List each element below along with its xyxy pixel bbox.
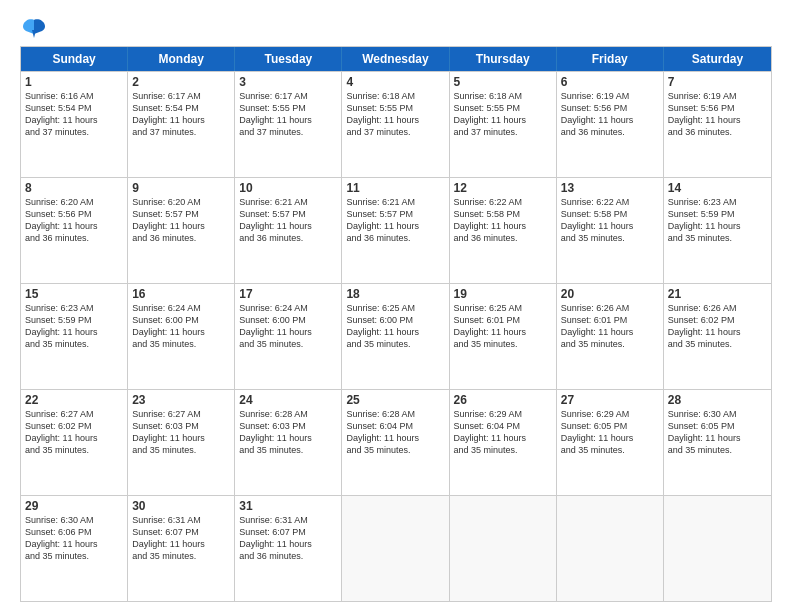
calendar-cell: 28Sunrise: 6:30 AMSunset: 6:05 PMDayligh… [664,390,771,495]
day-number: 9 [132,181,230,195]
day-number: 22 [25,393,123,407]
calendar-cell: 16Sunrise: 6:24 AMSunset: 6:00 PMDayligh… [128,284,235,389]
calendar-cell: 4Sunrise: 6:18 AMSunset: 5:55 PMDaylight… [342,72,449,177]
calendar-body: 1Sunrise: 6:16 AMSunset: 5:54 PMDaylight… [21,71,771,601]
day-number: 27 [561,393,659,407]
calendar-header-cell: Friday [557,47,664,71]
calendar-cell: 11Sunrise: 6:21 AMSunset: 5:57 PMDayligh… [342,178,449,283]
day-number: 17 [239,287,337,301]
calendar-header-cell: Thursday [450,47,557,71]
cell-details: Sunrise: 6:29 AMSunset: 6:04 PMDaylight:… [454,408,552,457]
calendar-cell: 24Sunrise: 6:28 AMSunset: 6:03 PMDayligh… [235,390,342,495]
day-number: 13 [561,181,659,195]
calendar-cell: 7Sunrise: 6:19 AMSunset: 5:56 PMDaylight… [664,72,771,177]
cell-details: Sunrise: 6:23 AMSunset: 5:59 PMDaylight:… [25,302,123,351]
cell-details: Sunrise: 6:22 AMSunset: 5:58 PMDaylight:… [454,196,552,245]
calendar-cell: 22Sunrise: 6:27 AMSunset: 6:02 PMDayligh… [21,390,128,495]
day-number: 29 [25,499,123,513]
calendar-header-cell: Sunday [21,47,128,71]
calendar: SundayMondayTuesdayWednesdayThursdayFrid… [20,46,772,602]
cell-details: Sunrise: 6:24 AMSunset: 6:00 PMDaylight:… [239,302,337,351]
cell-details: Sunrise: 6:18 AMSunset: 5:55 PMDaylight:… [346,90,444,139]
cell-details: Sunrise: 6:18 AMSunset: 5:55 PMDaylight:… [454,90,552,139]
cell-details: Sunrise: 6:28 AMSunset: 6:03 PMDaylight:… [239,408,337,457]
calendar-cell: 27Sunrise: 6:29 AMSunset: 6:05 PMDayligh… [557,390,664,495]
cell-details: Sunrise: 6:23 AMSunset: 5:59 PMDaylight:… [668,196,767,245]
day-number: 28 [668,393,767,407]
day-number: 3 [239,75,337,89]
calendar-cell: 31Sunrise: 6:31 AMSunset: 6:07 PMDayligh… [235,496,342,601]
day-number: 15 [25,287,123,301]
calendar-cell: 17Sunrise: 6:24 AMSunset: 6:00 PMDayligh… [235,284,342,389]
calendar-cell: 25Sunrise: 6:28 AMSunset: 6:04 PMDayligh… [342,390,449,495]
calendar-header-cell: Saturday [664,47,771,71]
calendar-cell: 10Sunrise: 6:21 AMSunset: 5:57 PMDayligh… [235,178,342,283]
cell-details: Sunrise: 6:26 AMSunset: 6:02 PMDaylight:… [668,302,767,351]
logo [20,16,52,38]
calendar-cell: 2Sunrise: 6:17 AMSunset: 5:54 PMDaylight… [128,72,235,177]
calendar-cell: 18Sunrise: 6:25 AMSunset: 6:00 PMDayligh… [342,284,449,389]
calendar-cell: 8Sunrise: 6:20 AMSunset: 5:56 PMDaylight… [21,178,128,283]
calendar-cell: 5Sunrise: 6:18 AMSunset: 5:55 PMDaylight… [450,72,557,177]
calendar-cell: 13Sunrise: 6:22 AMSunset: 5:58 PMDayligh… [557,178,664,283]
calendar-cell: 19Sunrise: 6:25 AMSunset: 6:01 PMDayligh… [450,284,557,389]
header [20,16,772,38]
calendar-week: 22Sunrise: 6:27 AMSunset: 6:02 PMDayligh… [21,389,771,495]
calendar-header-row: SundayMondayTuesdayWednesdayThursdayFrid… [21,47,771,71]
calendar-week: 1Sunrise: 6:16 AMSunset: 5:54 PMDaylight… [21,71,771,177]
cell-details: Sunrise: 6:29 AMSunset: 6:05 PMDaylight:… [561,408,659,457]
day-number: 8 [25,181,123,195]
day-number: 4 [346,75,444,89]
calendar-header-cell: Monday [128,47,235,71]
day-number: 12 [454,181,552,195]
day-number: 26 [454,393,552,407]
logo-bird-icon [20,16,48,38]
day-number: 6 [561,75,659,89]
calendar-cell [342,496,449,601]
cell-details: Sunrise: 6:17 AMSunset: 5:54 PMDaylight:… [132,90,230,139]
calendar-cell: 9Sunrise: 6:20 AMSunset: 5:57 PMDaylight… [128,178,235,283]
cell-details: Sunrise: 6:24 AMSunset: 6:00 PMDaylight:… [132,302,230,351]
day-number: 20 [561,287,659,301]
day-number: 11 [346,181,444,195]
page: SundayMondayTuesdayWednesdayThursdayFrid… [0,0,792,612]
calendar-week: 8Sunrise: 6:20 AMSunset: 5:56 PMDaylight… [21,177,771,283]
calendar-cell [664,496,771,601]
day-number: 25 [346,393,444,407]
cell-details: Sunrise: 6:30 AMSunset: 6:06 PMDaylight:… [25,514,123,563]
calendar-cell: 14Sunrise: 6:23 AMSunset: 5:59 PMDayligh… [664,178,771,283]
day-number: 31 [239,499,337,513]
cell-details: Sunrise: 6:20 AMSunset: 5:57 PMDaylight:… [132,196,230,245]
cell-details: Sunrise: 6:31 AMSunset: 6:07 PMDaylight:… [132,514,230,563]
cell-details: Sunrise: 6:21 AMSunset: 5:57 PMDaylight:… [239,196,337,245]
day-number: 1 [25,75,123,89]
calendar-cell: 30Sunrise: 6:31 AMSunset: 6:07 PMDayligh… [128,496,235,601]
cell-details: Sunrise: 6:27 AMSunset: 6:02 PMDaylight:… [25,408,123,457]
cell-details: Sunrise: 6:20 AMSunset: 5:56 PMDaylight:… [25,196,123,245]
day-number: 10 [239,181,337,195]
day-number: 18 [346,287,444,301]
cell-details: Sunrise: 6:25 AMSunset: 6:01 PMDaylight:… [454,302,552,351]
calendar-header-cell: Tuesday [235,47,342,71]
cell-details: Sunrise: 6:19 AMSunset: 5:56 PMDaylight:… [668,90,767,139]
day-number: 14 [668,181,767,195]
calendar-cell: 15Sunrise: 6:23 AMSunset: 5:59 PMDayligh… [21,284,128,389]
cell-details: Sunrise: 6:17 AMSunset: 5:55 PMDaylight:… [239,90,337,139]
calendar-cell: 20Sunrise: 6:26 AMSunset: 6:01 PMDayligh… [557,284,664,389]
day-number: 19 [454,287,552,301]
cell-details: Sunrise: 6:28 AMSunset: 6:04 PMDaylight:… [346,408,444,457]
day-number: 24 [239,393,337,407]
cell-details: Sunrise: 6:19 AMSunset: 5:56 PMDaylight:… [561,90,659,139]
calendar-cell: 29Sunrise: 6:30 AMSunset: 6:06 PMDayligh… [21,496,128,601]
cell-details: Sunrise: 6:25 AMSunset: 6:00 PMDaylight:… [346,302,444,351]
cell-details: Sunrise: 6:27 AMSunset: 6:03 PMDaylight:… [132,408,230,457]
day-number: 7 [668,75,767,89]
calendar-cell: 26Sunrise: 6:29 AMSunset: 6:04 PMDayligh… [450,390,557,495]
calendar-cell: 23Sunrise: 6:27 AMSunset: 6:03 PMDayligh… [128,390,235,495]
calendar-cell [450,496,557,601]
cell-details: Sunrise: 6:22 AMSunset: 5:58 PMDaylight:… [561,196,659,245]
calendar-week: 15Sunrise: 6:23 AMSunset: 5:59 PMDayligh… [21,283,771,389]
calendar-cell: 3Sunrise: 6:17 AMSunset: 5:55 PMDaylight… [235,72,342,177]
day-number: 21 [668,287,767,301]
cell-details: Sunrise: 6:21 AMSunset: 5:57 PMDaylight:… [346,196,444,245]
